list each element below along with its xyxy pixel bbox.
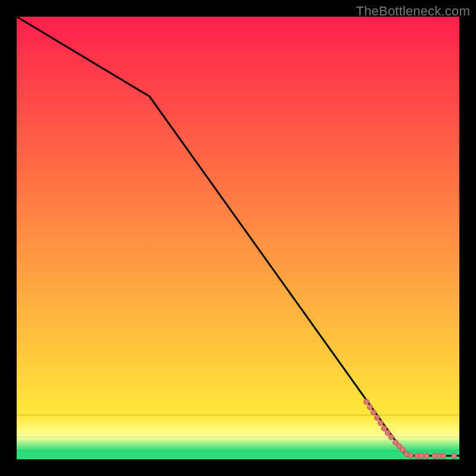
scatter-point bbox=[419, 453, 424, 459]
scatter-point bbox=[378, 420, 383, 425]
scatter-point bbox=[408, 453, 414, 458]
gradient-bands bbox=[17, 17, 459, 459]
gradient-band bbox=[17, 17, 459, 415]
plot-svg bbox=[17, 17, 459, 459]
scatter-point bbox=[374, 415, 380, 421]
scatter-point bbox=[452, 453, 457, 459]
scatter-point bbox=[389, 434, 394, 440]
scatter-point bbox=[367, 405, 372, 410]
scatter-point bbox=[364, 399, 369, 405]
scatter-point bbox=[371, 410, 376, 415]
scatter-point bbox=[400, 447, 405, 452]
plot-area bbox=[17, 17, 459, 459]
scatter-point bbox=[385, 430, 390, 436]
scatter-point bbox=[441, 453, 446, 459]
gradient-band bbox=[17, 450, 459, 459]
gradient-band bbox=[17, 415, 459, 437]
scatter-point bbox=[424, 453, 429, 459]
stage: TheBottleneck.com bbox=[0, 0, 476, 476]
scatter-point bbox=[381, 425, 387, 431]
